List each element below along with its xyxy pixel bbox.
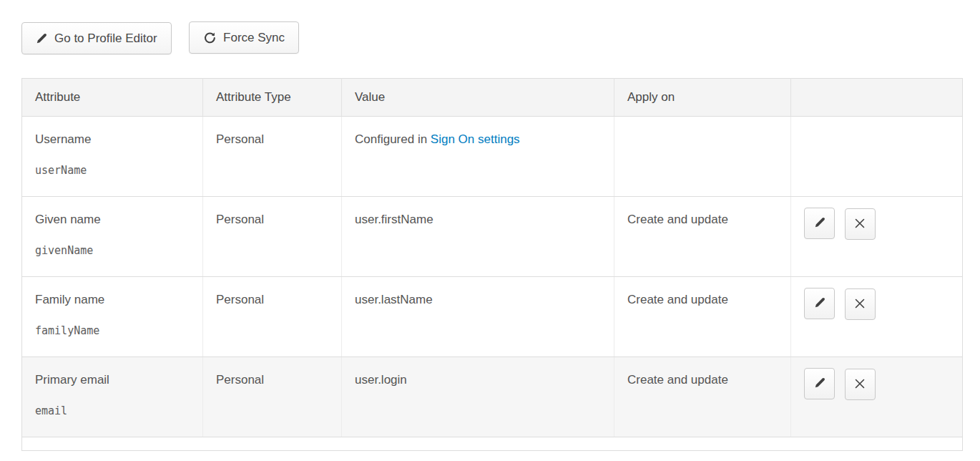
attribute-name: email bbox=[35, 404, 190, 418]
go-to-profile-editor-button[interactable]: Go to Profile Editor bbox=[21, 22, 172, 54]
force-sync-button[interactable]: Force Sync bbox=[189, 21, 299, 54]
cell-apply-on bbox=[614, 117, 791, 197]
delete-mapping-button[interactable] bbox=[845, 288, 876, 320]
value-text: Configured in bbox=[355, 132, 431, 146]
header-attribute: Attribute bbox=[22, 79, 203, 117]
delete-mapping-button[interactable] bbox=[845, 369, 876, 400]
table-row-given-name: Given name givenName Personal user.first… bbox=[22, 197, 963, 277]
header-actions bbox=[791, 79, 963, 117]
table-row-family-name: Family name familyName Personal user.las… bbox=[22, 277, 963, 357]
edit-mapping-button[interactable] bbox=[804, 288, 835, 319]
cell-apply-on: Create and update bbox=[614, 277, 791, 357]
attribute-name: givenName bbox=[35, 244, 190, 258]
attribute-label: Primary email bbox=[35, 373, 190, 387]
cell-attribute-type: Personal bbox=[203, 117, 342, 197]
pencil-icon bbox=[814, 297, 825, 311]
cell-attribute: Family name familyName bbox=[22, 277, 203, 357]
attribute-label: Username bbox=[35, 132, 190, 147]
edit-mapping-button[interactable] bbox=[804, 208, 835, 239]
table-row-primary-email: Primary email email Personal user.login … bbox=[22, 357, 963, 437]
cell-value: user.login bbox=[342, 357, 614, 437]
attribute-mappings-page: Go to Profile Editor Force Sync Attribut… bbox=[0, 0, 980, 451]
sign-on-settings-link[interactable]: Sign On settings bbox=[431, 132, 520, 146]
cell-attribute: Primary email email bbox=[22, 357, 203, 437]
go-to-profile-editor-label: Go to Profile Editor bbox=[54, 31, 157, 46]
table-row-partial bbox=[22, 437, 963, 451]
attribute-label: Given name bbox=[35, 213, 190, 227]
table-header-row: Attribute Attribute Type Value Apply on bbox=[22, 79, 963, 117]
cell-attribute: Username userName bbox=[22, 117, 203, 197]
cell-actions bbox=[791, 117, 963, 197]
delete-mapping-button[interactable] bbox=[845, 208, 876, 240]
cell-value: Configured in Sign On settings bbox=[342, 117, 614, 197]
cell-value: user.lastName bbox=[342, 277, 614, 357]
header-value: Value bbox=[342, 79, 614, 117]
attribute-label: Family name bbox=[35, 293, 190, 307]
attribute-name: userName bbox=[35, 164, 190, 178]
attribute-name: familyName bbox=[35, 324, 190, 338]
refresh-icon bbox=[203, 31, 216, 44]
cell-actions bbox=[791, 277, 963, 357]
attribute-mappings-table: Attribute Attribute Type Value Apply on … bbox=[21, 78, 963, 451]
cell-actions bbox=[791, 357, 963, 437]
table-row-username: Username userName Personal Configured in… bbox=[22, 117, 963, 197]
cell-attribute-type: Personal bbox=[203, 277, 342, 357]
pencil-icon bbox=[814, 217, 825, 230]
cell-attribute-type: Personal bbox=[203, 197, 342, 277]
cell-value: user.firstName bbox=[342, 197, 614, 277]
header-attribute-type: Attribute Type bbox=[203, 79, 342, 117]
close-icon bbox=[855, 379, 865, 391]
cell-attribute-type: Personal bbox=[203, 357, 342, 437]
toolbar: Go to Profile Editor Force Sync bbox=[21, 21, 962, 54]
close-icon bbox=[855, 299, 865, 311]
close-icon bbox=[855, 218, 865, 230]
pencil-icon bbox=[814, 377, 825, 391]
cell-apply-on: Create and update bbox=[614, 357, 791, 437]
header-apply-on: Apply on bbox=[614, 79, 791, 117]
cell-attribute: Given name givenName bbox=[22, 197, 203, 277]
cell-partial bbox=[22, 437, 963, 451]
force-sync-label: Force Sync bbox=[223, 31, 285, 45]
cell-actions bbox=[791, 197, 963, 277]
cell-apply-on: Create and update bbox=[614, 197, 791, 277]
edit-mapping-button[interactable] bbox=[804, 368, 835, 399]
pencil-icon bbox=[36, 33, 47, 44]
